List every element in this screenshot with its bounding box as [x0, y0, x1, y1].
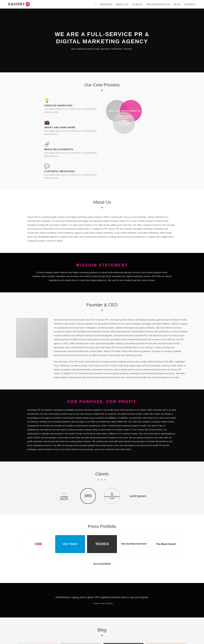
purpose-title: FOR PURPOSE, FOR PROFIT — [16, 400, 188, 404]
smart-title: SMART AND HARD WORK — [44, 126, 100, 129]
blog-card-2[interactable]: Need a new look?Let's work together. Nee… — [61, 643, 101, 644]
nav-services-link[interactable]: SERVICES — [100, 3, 112, 6]
nav-home-link[interactable]: ⌂ — [95, 3, 96, 6]
techco-label: TECHCO — [95, 542, 109, 546]
core-item-creative: 💡 CREATIVE MARKETING Quis justitia aliqu… — [44, 98, 100, 114]
synkt-label: synkt games — [130, 494, 146, 498]
about-title: About Us — [16, 200, 188, 205]
logo[interactable]: SAVORY PR — [8, 2, 30, 6]
press-moneytalk: MoneyTalksNEWS — [87, 555, 117, 573]
huffpost-label: THE HUFFINGTON POST — [121, 542, 147, 546]
core-item-media: 🔗 MEDIA RELATIONSHIPS Quis justitia aliq… — [44, 142, 100, 158]
mission-title: MISSION STATEMENT — [16, 263, 188, 268]
smart-desc: Quis justitia aliquia sili amet, euismod… — [44, 130, 100, 136]
power-wallet-dots: ● ● ● ●● ● ● ● — [62, 492, 67, 495]
purpose-section: FOR PURPOSE, FOR PROFIT At Savory PR, we… — [0, 390, 204, 462]
nav-blog-link[interactable]: BLOG — [174, 3, 181, 6]
press-grid: CNN USA TODAY TECHCO THE HUFFINGTON POST… — [16, 535, 188, 573]
logo-badge: PR — [25, 2, 30, 6]
founder-image — [16, 318, 48, 358]
nav-list: ⌂ SERVICES ABOUT US CLIENTS PRESS/PORTFO… — [95, 2, 196, 6]
creative-desc: Quis justitia aliquia sili amet, euismod… — [44, 108, 100, 114]
press-techco: TECHCO — [87, 535, 117, 553]
nav-press-link[interactable]: PRESS/PORTFOLIO — [146, 3, 170, 6]
nav-services[interactable]: SERVICES — [100, 2, 112, 6]
hero-headline: WE ARE A FULL-SERVICE PR & DIGITAL MARKE… — [42, 31, 162, 45]
flavorful-icon: 💬 — [44, 164, 100, 169]
logo-text: SAVORY — [8, 2, 25, 6]
core-grid: 💡 CREATIVE MARKETING Quis justitia aliqu… — [12, 98, 192, 180]
media-icon: 🔗 — [44, 142, 100, 147]
creative-title: CREATIVE MARKETING — [44, 104, 100, 107]
venn-dm-label: DIGITAL MARKETING — [121, 110, 141, 112]
nav-about-link[interactable]: ABOUT US — [116, 3, 129, 6]
core-item-smart: 💼 SMART AND HARD WORK Quis justitia aliq… — [44, 120, 100, 136]
quote-author: — Jean-Louis Gassee — [42, 602, 162, 606]
nav-contact[interactable]: CONTACT — [184, 2, 196, 6]
core-items-left: 💡 CREATIVE MARKETING Quis justitia aliqu… — [44, 98, 100, 180]
about-text: Savory PR is a boutique public relations… — [27, 215, 177, 243]
flavorful-title: FLAVORFUL MESSAGING — [44, 170, 100, 172]
clients-section: Clients • • • ● ● ● ●● ● ● ● POWER WALLE… — [0, 462, 204, 514]
founder-arrow: ▼ — [16, 309, 188, 312]
blog-grid: Pink creative ideas for your brand strat… — [12, 643, 192, 644]
hero-section: WE ARE A FULL-SERVICE PR & DIGITAL MARKE… — [0, 8, 204, 72]
press-cnn: CNN — [23, 535, 53, 553]
about-section: About Us ▼ Savory PR is a boutique publi… — [0, 190, 204, 253]
nav-about[interactable]: ABOUT US — [116, 2, 129, 6]
site-header: SAVORY PR ⌂ SERVICES ABOUT US CLIENTS PR… — [0, 0, 204, 8]
nav-home[interactable]: ⌂ — [95, 2, 96, 6]
nav-clients[interactable]: CLIENTS — [132, 2, 143, 6]
media-title: MEDIA RELATIONSHIPS — [44, 148, 100, 150]
media-desc: Quis justitia aliquia sili amet, euismod… — [44, 152, 100, 158]
client-power-wallet: ● ● ● ●● ● ● ● POWER WALLET — [56, 488, 72, 504]
clients-dots: • • • — [16, 478, 188, 482]
press-miamiherald: The Miami Herald — [151, 535, 181, 553]
quote-body: Advertising is saying you're good. PR is… — [55, 596, 149, 599]
nav-clients-link[interactable]: CLIENTS — [132, 3, 143, 6]
blog-section: Blog ▼ Pink creative ideas for your bran… — [0, 618, 204, 644]
founder-img-lines — [16, 318, 48, 358]
press-section: Press Portfolio CNN USA TODAY TECHCO THE… — [0, 514, 204, 583]
cnn-label: CNN — [35, 542, 42, 546]
client-srs: SRS — [80, 488, 96, 504]
core-process-section: Our Core Process ▼ 💡 CREATIVE MARKETING … — [0, 72, 204, 190]
founder-img-placeholder — [16, 318, 48, 358]
core-item-flavorful: 💬 FLAVORFUL MESSAGING Quis justitia aliq… — [44, 164, 100, 180]
nav-contact-link[interactable]: CONTACT — [184, 3, 196, 6]
srs-label: SRS — [84, 494, 92, 498]
hero-subtext: Get national press that garners authenti… — [71, 48, 133, 50]
founder-bio-2: Over the span of her PR career, Samantha… — [54, 360, 188, 380]
miamiherald-label: The Miami Herald — [156, 543, 176, 546]
quote-text: Advertising is saying you're good. PR is… — [42, 595, 162, 606]
blog-img-3 — [104, 643, 143, 644]
smart-icon: 💼 — [44, 120, 100, 125]
founder-section: Founder & CEO ▼ Samantha Savory is the f… — [0, 292, 204, 390]
about-arrow: ▼ — [16, 206, 188, 209]
venn-center-label: WHERE THE MAGIC HAPPENS — [118, 112, 132, 122]
blog-card-1[interactable]: Pink creative ideas for your brand strat… — [18, 643, 58, 644]
press-usatoday: USA TODAY — [55, 535, 85, 553]
home-icon: ⌂ — [95, 3, 96, 6]
nav-blog[interactable]: BLOG — [174, 2, 181, 6]
creative-icon: 💡 — [44, 98, 100, 103]
blog-card-4[interactable]: Branding development in the digital age. — [146, 643, 186, 644]
mission-text: Provide strategic public relations and d… — [32, 271, 172, 282]
blog-arrow: ▼ — [12, 634, 192, 637]
flavorful-desc: Quis justitia aliquia sili amet, euismod… — [44, 173, 100, 180]
press-title: Press Portfolio — [16, 524, 188, 529]
blog-card-3[interactable]: PR insights and tips for modern brands. — [104, 643, 143, 644]
main-nav: ⌂ SERVICES ABOUT US CLIENTS PRESS/PORTFO… — [95, 2, 196, 6]
clients-grid: ● ● ● ●● ● ● ● POWER WALLET SRS 🏠 Russel… — [16, 488, 188, 504]
founder-bio: Samantha Savory is the founder and CEO o… — [54, 318, 188, 380]
usatoday-label: USA TODAY — [63, 542, 78, 546]
russell-label: Russell BOARD & CARE — [104, 496, 120, 500]
blog-img-2: Need a new look?Let's work together. — [61, 643, 101, 644]
nav-press[interactable]: PRESS/PORTFOLIO — [146, 2, 170, 6]
quote-section: Advertising is saying you're good. PR is… — [0, 583, 204, 618]
core-process-arrow: ▼ — [12, 89, 192, 92]
press-huffpost: THE HUFFINGTON POST — [119, 535, 149, 553]
blog-title: Blog — [12, 628, 192, 633]
blog-img-4 — [146, 643, 186, 644]
founder-title: Founder & CEO — [16, 302, 188, 308]
